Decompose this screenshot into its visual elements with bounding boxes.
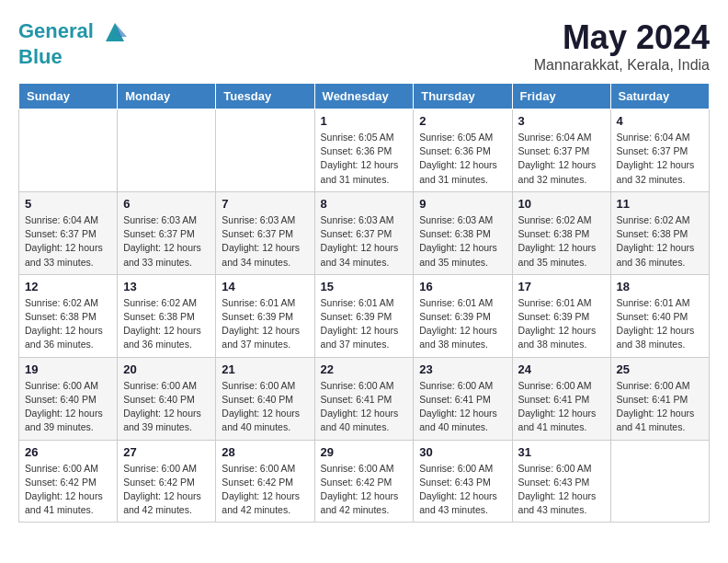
calendar-cell: 9Sunrise: 6:03 AMSunset: 6:38 PMDaylight… [414,191,512,274]
calendar-cell: 27Sunrise: 6:00 AMSunset: 6:42 PMDayligh… [118,440,216,523]
logo: General Blue [18,18,129,68]
calendar-cell: 25Sunrise: 6:00 AMSunset: 6:41 PMDayligh… [610,357,709,440]
calendar-cell: 26Sunrise: 6:00 AMSunset: 6:42 PMDayligh… [19,440,118,523]
day-number: 6 [123,197,210,211]
day-number: 18 [617,280,703,293]
calendar-week-3: 12Sunrise: 6:02 AMSunset: 6:38 PMDayligh… [19,274,710,357]
day-number: 17 [518,280,605,293]
day-info: Sunrise: 6:00 AMSunset: 6:41 PMDaylight:… [419,379,506,435]
day-number: 31 [518,445,605,459]
day-number: 14 [222,280,308,293]
day-number: 16 [419,280,506,293]
day-number: 25 [617,362,703,376]
calendar-cell: 19Sunrise: 6:00 AMSunset: 6:40 PMDayligh… [19,357,118,440]
day-info: Sunrise: 6:02 AMSunset: 6:38 PMDaylight:… [25,296,111,352]
day-info: Sunrise: 6:01 AMSunset: 6:39 PMDaylight:… [518,296,605,352]
day-info: Sunrise: 6:00 AMSunset: 6:41 PMDaylight:… [321,379,408,435]
page-header: General Blue May 2024 Mannarakkat, Keral… [18,18,710,74]
day-info: Sunrise: 6:01 AMSunset: 6:39 PMDaylight:… [419,296,506,352]
day-info: Sunrise: 6:03 AMSunset: 6:37 PMDaylight:… [222,213,308,270]
day-number: 7 [222,197,308,211]
calendar-cell: 3Sunrise: 6:04 AMSunset: 6:37 PMDaylight… [512,109,610,192]
calendar-header-row: SundayMondayTuesdayWednesdayThursdayFrid… [19,84,710,109]
weekday-header-saturday: Saturday [610,84,709,109]
day-info: Sunrise: 6:00 AMSunset: 6:43 PMDaylight:… [419,462,506,518]
calendar-cell: 11Sunrise: 6:02 AMSunset: 6:38 PMDayligh… [610,191,709,274]
day-info: Sunrise: 6:00 AMSunset: 6:42 PMDaylight:… [25,462,111,518]
title-section: May 2024 Mannarakkat, Kerala, India [534,18,710,74]
subtitle: Mannarakkat, Kerala, India [534,57,710,74]
calendar-cell [216,109,314,192]
day-number: 26 [25,445,111,459]
day-number: 10 [518,197,605,211]
day-info: Sunrise: 6:00 AMSunset: 6:42 PMDaylight:… [321,462,408,518]
calendar-cell: 8Sunrise: 6:03 AMSunset: 6:37 PMDaylight… [314,191,414,274]
logo-blue: Blue [18,46,129,68]
day-info: Sunrise: 6:04 AMSunset: 6:37 PMDaylight:… [518,131,605,187]
calendar-cell: 13Sunrise: 6:02 AMSunset: 6:38 PMDayligh… [118,274,216,357]
day-number: 12 [25,280,111,293]
day-number: 24 [518,362,605,376]
day-number: 1 [321,114,408,128]
calendar-cell: 24Sunrise: 6:00 AMSunset: 6:41 PMDayligh… [512,357,610,440]
day-info: Sunrise: 6:01 AMSunset: 6:40 PMDaylight:… [617,296,703,352]
day-info: Sunrise: 6:02 AMSunset: 6:38 PMDaylight:… [518,213,605,270]
calendar-cell: 15Sunrise: 6:01 AMSunset: 6:39 PMDayligh… [314,274,414,357]
day-info: Sunrise: 6:00 AMSunset: 6:42 PMDaylight:… [123,462,210,518]
calendar-cell: 5Sunrise: 6:04 AMSunset: 6:37 PMDaylight… [19,191,118,274]
calendar-cell: 20Sunrise: 6:00 AMSunset: 6:40 PMDayligh… [118,357,216,440]
calendar-week-4: 19Sunrise: 6:00 AMSunset: 6:40 PMDayligh… [19,357,710,440]
calendar-cell: 16Sunrise: 6:01 AMSunset: 6:39 PMDayligh… [414,274,512,357]
day-number: 19 [25,362,111,376]
day-info: Sunrise: 6:01 AMSunset: 6:39 PMDaylight:… [222,296,308,352]
day-number: 28 [222,445,308,459]
day-info: Sunrise: 6:05 AMSunset: 6:36 PMDaylight:… [419,131,506,187]
day-info: Sunrise: 6:00 AMSunset: 6:42 PMDaylight:… [222,462,308,518]
day-number: 8 [321,197,408,211]
day-number: 3 [518,114,605,128]
calendar-cell: 7Sunrise: 6:03 AMSunset: 6:37 PMDaylight… [216,191,314,274]
weekday-header-wednesday: Wednesday [314,84,414,109]
day-number: 4 [617,114,703,128]
calendar-cell: 6Sunrise: 6:03 AMSunset: 6:37 PMDaylight… [118,191,216,274]
day-number: 20 [123,362,210,376]
day-info: Sunrise: 6:02 AMSunset: 6:38 PMDaylight:… [617,213,703,270]
calendar-cell: 12Sunrise: 6:02 AMSunset: 6:38 PMDayligh… [19,274,118,357]
logo-text: General [18,18,129,46]
weekday-header-monday: Monday [118,84,216,109]
day-number: 29 [321,445,408,459]
day-info: Sunrise: 6:00 AMSunset: 6:40 PMDaylight:… [123,379,210,435]
day-number: 30 [419,445,506,459]
calendar-cell: 30Sunrise: 6:00 AMSunset: 6:43 PMDayligh… [414,440,512,523]
day-info: Sunrise: 6:00 AMSunset: 6:43 PMDaylight:… [518,462,605,518]
calendar-cell: 22Sunrise: 6:00 AMSunset: 6:41 PMDayligh… [314,357,414,440]
day-info: Sunrise: 6:05 AMSunset: 6:36 PMDaylight:… [321,131,408,187]
weekday-header-tuesday: Tuesday [216,84,314,109]
day-info: Sunrise: 6:00 AMSunset: 6:41 PMDaylight:… [617,379,703,435]
calendar-week-1: 1Sunrise: 6:05 AMSunset: 6:36 PMDaylight… [19,109,710,192]
calendar-week-2: 5Sunrise: 6:04 AMSunset: 6:37 PMDaylight… [19,191,710,274]
day-info: Sunrise: 6:04 AMSunset: 6:37 PMDaylight:… [617,131,703,187]
day-number: 22 [321,362,408,376]
calendar-cell: 29Sunrise: 6:00 AMSunset: 6:42 PMDayligh… [314,440,414,523]
calendar-cell [118,109,216,192]
day-info: Sunrise: 6:03 AMSunset: 6:37 PMDaylight:… [123,213,210,270]
main-title: May 2024 [534,18,710,57]
calendar-cell: 23Sunrise: 6:00 AMSunset: 6:41 PMDayligh… [414,357,512,440]
day-number: 11 [617,197,703,211]
day-number: 2 [419,114,506,128]
day-info: Sunrise: 6:03 AMSunset: 6:38 PMDaylight:… [419,213,506,270]
calendar-cell: 1Sunrise: 6:05 AMSunset: 6:36 PMDaylight… [314,109,414,192]
day-number: 27 [123,445,210,459]
day-number: 5 [25,197,111,211]
day-number: 23 [419,362,506,376]
day-info: Sunrise: 6:00 AMSunset: 6:40 PMDaylight:… [222,379,308,435]
weekday-header-friday: Friday [512,84,610,109]
calendar-cell: 18Sunrise: 6:01 AMSunset: 6:40 PMDayligh… [610,274,709,357]
day-number: 13 [123,280,210,293]
calendar-cell: 2Sunrise: 6:05 AMSunset: 6:36 PMDaylight… [414,109,512,192]
day-info: Sunrise: 6:02 AMSunset: 6:38 PMDaylight:… [123,296,210,352]
calendar-cell: 14Sunrise: 6:01 AMSunset: 6:39 PMDayligh… [216,274,314,357]
day-number: 21 [222,362,308,376]
calendar-cell: 17Sunrise: 6:01 AMSunset: 6:39 PMDayligh… [512,274,610,357]
